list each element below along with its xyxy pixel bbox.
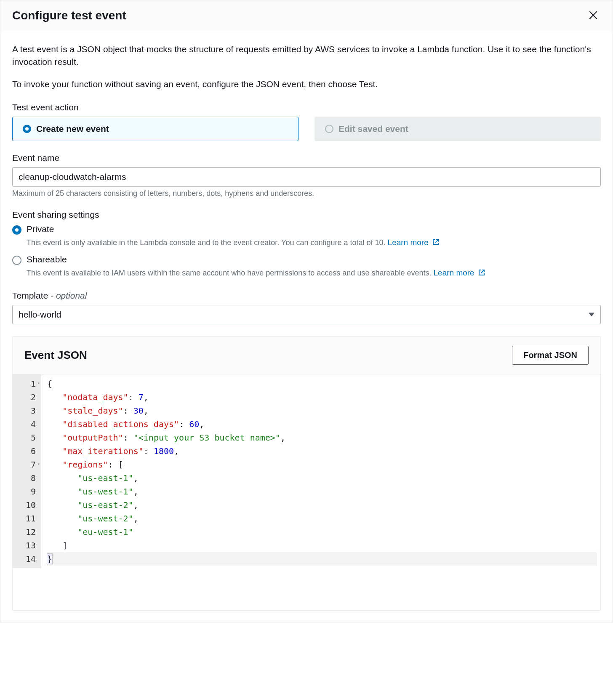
sharing-shareable-desc: This event is available to IAM users wit…: [12, 267, 601, 279]
sharing-shareable-desc-text: This event is available to IAM users wit…: [27, 269, 432, 277]
event-json-title: Event JSON: [24, 349, 87, 362]
radio-disabled-icon: [325, 125, 333, 133]
sharing-private-desc-text: This event is only available in the Lamb…: [27, 238, 386, 247]
test-event-action-group: Create new event Edit saved event: [12, 117, 601, 141]
intro-text: A test event is a JSON object that mocks…: [12, 43, 601, 91]
learn-more-text: Learn more: [388, 238, 429, 247]
sharing-shareable-option[interactable]: Shareable: [12, 254, 601, 265]
intro-paragraph-1: A test event is a JSON object that mocks…: [12, 43, 601, 69]
radio-unchecked-icon: [12, 256, 21, 265]
event-name-helper: Maximum of 25 characters consisting of l…: [12, 189, 601, 198]
radio-selected-icon: [23, 125, 31, 133]
template-label-text: Template: [12, 291, 48, 300]
radio-checked-icon: [12, 225, 21, 235]
external-link-icon: [478, 268, 485, 275]
close-button[interactable]: [586, 8, 601, 23]
intro-paragraph-2: To invoke your function without saving a…: [12, 78, 601, 91]
sharing-shareable-learn-more-link[interactable]: Learn more: [434, 268, 485, 277]
template-select[interactable]: hello-world: [12, 305, 601, 324]
event-name-label: Event name: [12, 153, 601, 163]
modal-header: Configure test event: [0, 0, 613, 31]
edit-saved-event-label: Edit saved event: [338, 124, 408, 134]
event-json-header: Event JSON Format JSON: [13, 337, 600, 374]
edit-saved-event-option: Edit saved event: [314, 117, 601, 141]
code-gutter: 1▾234567▾891011121314: [13, 374, 41, 568]
template-selected-value: hello-world: [19, 310, 61, 319]
template-label: Template - optional: [12, 291, 601, 301]
modal-body: A test event is a JSON object that mocks…: [0, 31, 613, 623]
code-body[interactable]: { "nodata_days": 7, "stale_days": 30, "d…: [41, 374, 600, 568]
sharing-private-option[interactable]: Private: [12, 224, 601, 235]
modal-title: Configure test event: [12, 9, 126, 22]
sharing-private-desc: This event is only available in the Lamb…: [12, 237, 601, 248]
event-sharing-label: Event sharing settings: [12, 210, 601, 220]
event-sharing-options: Private This event is only available in …: [12, 224, 601, 278]
event-json-panel: Event JSON Format JSON 1▾234567▾89101112…: [12, 336, 601, 611]
chevron-down-icon: [589, 313, 594, 316]
create-new-event-label: Create new event: [36, 124, 109, 134]
learn-more-text: Learn more: [434, 268, 474, 277]
template-optional-tag: - optional: [51, 291, 87, 300]
configure-test-event-modal: Configure test event A test event is a J…: [0, 0, 613, 623]
test-event-action-label: Test event action: [12, 102, 601, 112]
sharing-private-learn-more-link[interactable]: Learn more: [388, 238, 439, 247]
sharing-private-label: Private: [27, 224, 601, 234]
event-json-editor[interactable]: 1▾234567▾891011121314 { "nodata_days": 7…: [13, 374, 600, 610]
sharing-shareable-label: Shareable: [27, 254, 601, 265]
event-name-input[interactable]: [12, 167, 601, 187]
close-icon: [588, 10, 599, 22]
create-new-event-option[interactable]: Create new event: [12, 117, 299, 141]
format-json-button[interactable]: Format JSON: [512, 346, 589, 365]
external-link-icon: [432, 238, 439, 244]
